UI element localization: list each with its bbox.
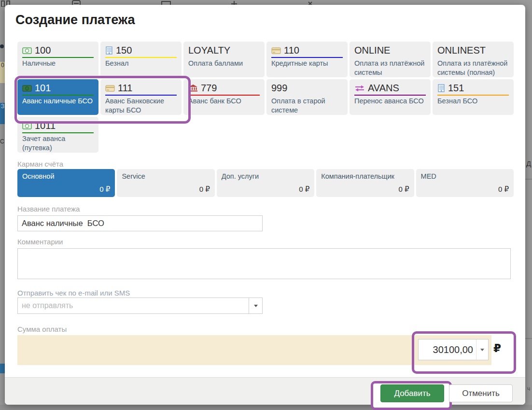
building-icon: [437, 84, 445, 92]
pocket-extra-services[interactable]: Доп. услуги 0 ₽: [217, 169, 314, 197]
receipt-label: Отправить чек по e-mail или SMS: [17, 289, 130, 297]
payment-type-label: Безнал БСО: [437, 97, 509, 106]
pocket-amount: 0 ₽: [122, 185, 210, 194]
chevron-down-icon: [480, 349, 484, 351]
tile-underline: [105, 95, 177, 96]
pocket-amount: 0 ₽: [222, 185, 309, 194]
payment-type-tile-online[interactable]: ONLINE Оплата из платёжной системы: [350, 42, 431, 77]
amount-spinner[interactable]: [476, 339, 488, 360]
payment-type-tile-1011[interactable]: 1011 Зачет аванса (путевка): [17, 117, 98, 153]
tile-underline: [22, 95, 94, 96]
tile-underline: [354, 57, 426, 58]
pocket-main[interactable]: Основной 0 ₽: [17, 169, 115, 197]
payment-type-label: Перенос аванса БСО: [354, 97, 426, 106]
amount-input[interactable]: [419, 339, 476, 360]
payment-type-code: ONLINEST: [437, 45, 486, 56]
pocket-name: MED: [421, 172, 509, 180]
comments-label: Комментарии: [17, 238, 63, 246]
payment-type-tile-avans[interactable]: AVANS Перенос аванса БСО: [350, 79, 431, 115]
pocket-paying-company[interactable]: Компания-плательщик 0 ₽: [316, 169, 414, 197]
background-letter-c: C: [0, 138, 5, 146]
card-icon: [105, 85, 115, 92]
tile-underline: [437, 57, 509, 58]
bank-icon: [188, 85, 198, 92]
pocket-service[interactable]: Service 0 ₽: [117, 169, 214, 197]
pocket-name: Доп. услуги: [222, 172, 309, 180]
tile-underline: [22, 57, 94, 58]
payment-type-label: Безнал: [105, 59, 177, 68]
payment-type-code: 1011: [35, 120, 56, 131]
payment-type-tile-151[interactable]: 151 Безнал БСО: [433, 79, 514, 115]
dialog-title: Создание платежа: [15, 13, 135, 28]
payment-type-label: Оплата из платёжной системы (полная): [437, 59, 509, 77]
payment-type-label: Оплата из платёжной системы: [354, 59, 426, 77]
background-divider: [525, 179, 532, 180]
banknote-icon: [22, 123, 32, 129]
pocket-amount: 0 ₽: [321, 185, 409, 194]
tile-underline: [105, 57, 177, 58]
pocket-amount: 0 ₽: [421, 185, 509, 194]
payment-type-tile-loyalty[interactable]: LOYALTY Оплата баллами: [183, 42, 265, 77]
payment-type-label: Оплата в старой системе: [271, 97, 343, 115]
background-bottom-strip: [0, 405, 532, 410]
payment-type-code: 110: [284, 45, 299, 56]
payment-type-code: 779: [201, 83, 217, 94]
payment-type-label: Зачет аванса (путевка): [22, 134, 94, 153]
cancel-button[interactable]: Отменить: [449, 384, 513, 402]
building-icon: [105, 46, 113, 55]
payment-name-input[interactable]: [17, 215, 263, 231]
pocket-med[interactable]: MED 0 ₽: [416, 169, 514, 197]
receipt-select[interactable]: не отправлять: [17, 297, 263, 314]
payment-type-tile-onlinest[interactable]: ONLINEST Оплата из платёжной системы (по…: [433, 42, 514, 77]
payment-type-code: 100: [35, 45, 51, 56]
account-pockets: Основной 0 ₽ Service 0 ₽ Доп. услуги 0 ₽…: [17, 169, 514, 197]
payment-type-label: Аванс банк БСО: [188, 97, 260, 106]
background-letter-d: Д: [526, 160, 532, 169]
payment-type-label: Аванс наличные БСО: [22, 97, 94, 106]
tile-underline: [354, 95, 426, 96]
payment-type-code: LOYALTY: [188, 45, 230, 56]
payment-type-label: Кредитные карты: [271, 59, 343, 68]
payment-type-tile-779[interactable]: 779 Аванс банк БСО: [183, 79, 265, 115]
payment-type-code: 151: [448, 83, 464, 94]
pocket-name: Основной: [22, 172, 110, 180]
background-cell-blue2: [0, 364, 5, 373]
background-dot: [0, 44, 4, 48]
tile-underline: [437, 95, 509, 96]
payment-type-tile-101-selected[interactable]: 101 Аванс наличные БСО: [17, 79, 98, 115]
payment-type-tile-999[interactable]: 999 Оплата в старой системе: [266, 79, 348, 115]
tile-underline: [188, 57, 260, 58]
payment-type-tile-111[interactable]: 111 Аванс Банковские карты БСО: [100, 79, 182, 115]
payment-type-code: 101: [35, 83, 51, 94]
pockets-label: Карман счёта: [17, 160, 63, 168]
pocket-name: Компания-плательщик: [321, 172, 409, 180]
tile-underline: [271, 57, 343, 58]
background-right-strip: [525, 0, 532, 410]
comments-textarea[interactable]: [17, 248, 511, 279]
banknote-icon: [22, 47, 32, 54]
payment-type-code: AVANS: [368, 83, 399, 94]
payment-type-label: Оплата баллами: [188, 59, 260, 68]
payment-type-label: Наличные: [22, 59, 94, 68]
create-payment-dialog: Создание платежа 100 Наличные 150 Безнал…: [5, 5, 525, 405]
tile-underline: [22, 132, 94, 133]
tile-underline: [188, 95, 260, 96]
tile-underline: [271, 95, 343, 96]
amount-label: Сумма оплаты: [17, 325, 67, 333]
payment-type-tile-100[interactable]: 100 Наличные: [17, 42, 98, 77]
payment-type-code: ONLINE: [354, 45, 390, 56]
payment-type-tile-150[interactable]: 150 Безнал: [100, 42, 182, 77]
payment-type-grid: 100 Наличные 150 Безнал LOYALTY Оплата б…: [17, 42, 514, 153]
chevron-down-icon: [249, 298, 262, 313]
background-divider: [525, 338, 532, 339]
payment-type-tile-110[interactable]: 110 Кредитные карты: [266, 42, 348, 77]
payment-type-label: Аванс Банковские карты БСО: [105, 97, 177, 115]
payment-type-code: 150: [116, 45, 132, 56]
add-button[interactable]: Добавить: [380, 384, 444, 402]
payment-name-label: Название платежа: [17, 205, 80, 213]
card-icon: [271, 47, 281, 54]
dialog-footer: Добавить Отменить: [5, 377, 525, 405]
payment-type-code: 111: [118, 83, 132, 94]
amount-widget: [418, 339, 489, 360]
transfer-icon: [354, 85, 365, 92]
